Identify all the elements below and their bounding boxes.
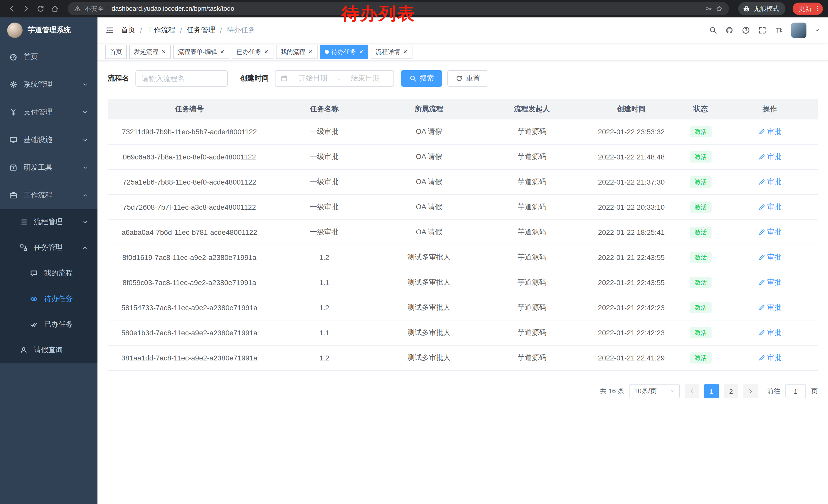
close-icon[interactable]: [161, 49, 166, 54]
sidebar-item-system[interactable]: 系统管理: [0, 71, 97, 98]
sidebar-item-process-mgmt[interactable]: 流程管理: [0, 209, 97, 235]
sidebar-item-my-process[interactable]: 我的流程: [0, 261, 97, 286]
page-button-2[interactable]: 2: [724, 384, 738, 398]
tab-home[interactable]: 首页: [105, 45, 127, 59]
flow-icon: [19, 243, 28, 252]
cell-initiator: 芋道源码: [481, 170, 583, 194]
status-badge: 激活: [690, 176, 711, 188]
fullscreen-icon[interactable]: [758, 26, 767, 34]
approve-button[interactable]: 审批: [758, 177, 782, 186]
cell-status: 激活: [679, 270, 722, 295]
chevron-down-icon[interactable]: [815, 28, 820, 33]
browser-menu-icon[interactable]: [814, 5, 821, 12]
update-button[interactable]: 更新: [793, 3, 823, 15]
breadcrumb-home[interactable]: 首页: [121, 26, 135, 35]
cell-process: 测试多审批人: [378, 320, 481, 345]
approve-button[interactable]: 审批: [758, 127, 782, 136]
cell-process: 测试多审批人: [378, 245, 481, 270]
search-button[interactable]: 搜索: [401, 70, 442, 87]
cell-task-id: 75d72608-7b7f-11ec-a3c8-acde48001122: [108, 194, 271, 220]
sidebar-item-task-mgmt[interactable]: 任务管理: [0, 235, 97, 261]
cell-task-name: 一级审批: [271, 170, 378, 194]
incognito-label: 无痕模式: [754, 4, 779, 13]
pagination: 共 16 条 10条/页 1 2 前往 页: [97, 371, 828, 398]
breadcrumb-workflow[interactable]: 工作流程: [147, 26, 175, 35]
approve-button[interactable]: 审批: [758, 227, 782, 237]
browser-home-icon[interactable]: [48, 2, 61, 15]
approve-button[interactable]: 审批: [758, 152, 782, 161]
cell-task-name: 1.1: [271, 320, 378, 345]
tab-done-task[interactable]: 已办任务: [232, 45, 274, 59]
close-icon[interactable]: [264, 49, 269, 54]
password-key-icon[interactable]: [705, 5, 712, 12]
next-page-button[interactable]: [743, 384, 758, 398]
close-icon[interactable]: [308, 49, 313, 54]
browser-reload-icon[interactable]: [34, 2, 47, 15]
tab-start-process[interactable]: 发起流程: [129, 45, 171, 59]
sidebar-item-devtools[interactable]: 研发工具: [0, 154, 97, 182]
sidebar-item-payment[interactable]: 支付管理: [0, 98, 97, 126]
tab-form-edit[interactable]: 流程表单-编辑: [173, 45, 229, 59]
breadcrumb-separator: /: [220, 26, 222, 34]
close-icon[interactable]: [359, 49, 364, 54]
cell-status: 激活: [679, 220, 722, 245]
start-date-placeholder[interactable]: 开始日期: [290, 74, 336, 83]
goto-page-input[interactable]: [785, 384, 806, 398]
security-label[interactable]: 不安全: [85, 4, 104, 13]
create-time-label: 创建时间: [240, 74, 269, 83]
col-initiator: 流程发起人: [481, 99, 583, 120]
sidebar-item-workflow[interactable]: 工作流程: [0, 182, 97, 209]
screenshot-root: 不安全 dashboard.yudao.iocoder.cn/bpm/task/…: [0, 0, 828, 504]
sidebar-item-infrastructure[interactable]: 基础设施: [0, 126, 97, 154]
browser-forward-icon[interactable]: [19, 2, 33, 15]
sidebar-item-done-task[interactable]: 已办任务: [0, 312, 97, 337]
cell-initiator: 芋道源码: [481, 220, 583, 245]
search-icon: [409, 75, 417, 82]
github-icon[interactable]: [726, 26, 734, 34]
cell-task-id: 725a1eb6-7b88-11ec-8ef0-acde48001122: [108, 170, 271, 194]
close-icon[interactable]: [403, 49, 408, 54]
address-divider: [108, 5, 108, 12]
approve-button[interactable]: 审批: [758, 253, 782, 262]
approve-button[interactable]: 审批: [758, 278, 782, 287]
sidebar-item-leave-query[interactable]: 请假查询: [0, 337, 97, 363]
prev-page-button[interactable]: [685, 384, 699, 398]
chevron-down-icon: [82, 219, 88, 225]
search-icon[interactable]: [709, 26, 717, 34]
sidebar-item-todo-task[interactable]: 待办任务: [0, 286, 97, 312]
help-icon[interactable]: [742, 26, 750, 34]
font-size-icon[interactable]: [775, 26, 783, 34]
approve-button[interactable]: 审批: [758, 353, 782, 362]
app-logo[interactable]: 芋道管理系统: [0, 17, 97, 43]
approve-button[interactable]: 审批: [758, 202, 782, 212]
bookmark-star-icon[interactable]: [716, 5, 723, 12]
approve-button[interactable]: 审批: [758, 303, 782, 312]
reset-button[interactable]: 重置: [447, 70, 488, 87]
cell-action: 审批: [722, 295, 818, 320]
cell-process: 测试多审批人: [378, 270, 481, 295]
close-icon[interactable]: [219, 49, 225, 54]
date-range-picker[interactable]: 开始日期 - 结束日期: [275, 70, 394, 87]
browser-back-icon[interactable]: [5, 2, 18, 15]
table-row: 725a1eb6-7b88-11ec-8ef0-acde48001122 一级审…: [108, 170, 818, 194]
page-button-1[interactable]: 1: [704, 384, 719, 398]
process-name-input[interactable]: [135, 70, 228, 87]
tab-my-process[interactable]: 我的流程: [276, 45, 318, 59]
todo-table: 任务编号 任务名称 所属流程 流程发起人 创建时间 状态 操作 73211d9d…: [108, 99, 818, 371]
tab-process-detail[interactable]: 流程详情: [371, 45, 412, 59]
tab-todo-task[interactable]: 待办任务: [320, 45, 368, 59]
status-badge: 激活: [690, 252, 711, 263]
url-text[interactable]: dashboard.yudao.iocoder.cn/bpm/task/todo: [112, 5, 234, 12]
approve-button[interactable]: 审批: [758, 328, 782, 337]
end-date-placeholder[interactable]: 结束日期: [342, 74, 388, 83]
page-size-select[interactable]: 10条/页: [629, 384, 680, 398]
sidebar-collapse-icon[interactable]: [106, 26, 114, 34]
cell-process: OA 请假: [378, 194, 481, 220]
sidebar-item-home[interactable]: 首页: [0, 43, 97, 71]
status-badge: 激活: [690, 327, 711, 338]
avatar[interactable]: [791, 22, 806, 38]
table-row: 73211d9d-7b9b-11ec-b5b7-acde48001122 一级审…: [108, 120, 818, 144]
cell-task-id: 8f059c03-7ac8-11ec-a9e2-a2380e71991a: [108, 270, 271, 295]
cell-created: 2022-01-22 23:53:32: [584, 120, 679, 144]
breadcrumb-task-mgmt[interactable]: 任务管理: [187, 26, 215, 35]
